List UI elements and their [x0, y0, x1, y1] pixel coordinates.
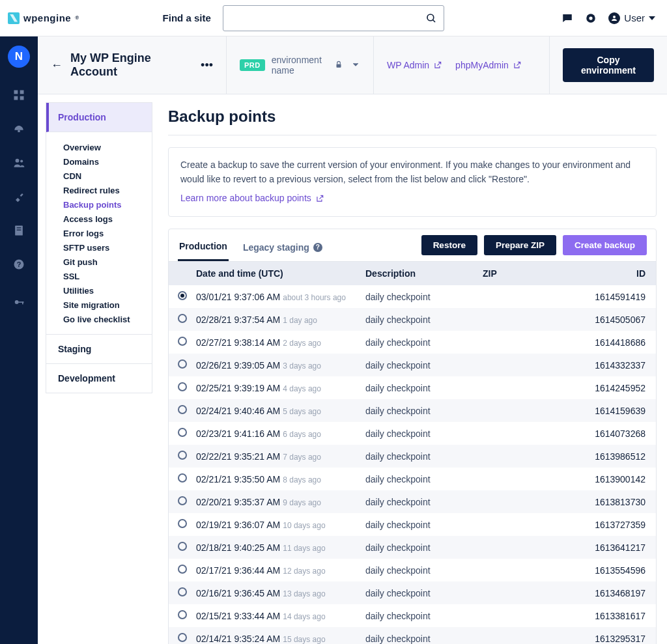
row-ago: 10 days ago [283, 521, 325, 530]
row-radio[interactable] [178, 382, 187, 391]
row-id: 1614159639 [595, 406, 646, 416]
table-tab-production[interactable]: Production [178, 233, 229, 261]
table-row[interactable]: 02/18/21 9:40:25 AM11 days agodaily chec… [169, 536, 656, 559]
info-text: Create a backup to save the current vers… [180, 160, 631, 184]
row-radio[interactable] [178, 314, 187, 323]
sidebar-link-backup-points[interactable]: Backup points [63, 197, 152, 212]
site-search[interactable] [223, 5, 444, 31]
chat-icon[interactable] [561, 12, 573, 24]
site-search-input[interactable] [223, 13, 425, 23]
row-datetime: 02/23/21 9:41:16 AM [196, 428, 280, 439]
tools-icon[interactable] [12, 190, 25, 203]
sidebar-link-domains[interactable]: Domains [63, 154, 152, 169]
sidebar-link-sftp-users[interactable]: SFTP users [63, 240, 152, 255]
environment-selector[interactable]: PRD environment name [227, 36, 374, 94]
account-more-icon[interactable]: ••• [201, 59, 213, 72]
wp-admin-link[interactable]: WP Admin [387, 60, 442, 70]
row-ago: 13 days ago [283, 589, 325, 598]
row-radio[interactable] [178, 633, 187, 642]
row-radio[interactable] [178, 359, 187, 369]
row-id: 1613381617 [595, 611, 646, 621]
row-radio[interactable] [178, 405, 187, 414]
lock-icon [334, 60, 343, 71]
row-radio[interactable] [178, 428, 187, 437]
row-radio[interactable] [178, 291, 187, 300]
svg-rect-8 [20, 96, 24, 100]
row-radio[interactable] [178, 519, 187, 528]
sidebar-link-cdn[interactable]: CDN [63, 169, 152, 183]
table-row[interactable]: 02/27/21 9:38:14 AM2 days agodaily check… [169, 331, 656, 354]
phpmyadmin-link[interactable]: phpMyAdmin [455, 60, 522, 70]
table-row[interactable]: 02/16/21 9:36:45 AM13 days agodaily chec… [169, 581, 656, 604]
row-radio[interactable] [178, 542, 187, 551]
row-description: daily checkpoint [365, 337, 483, 348]
key-icon[interactable] [12, 296, 25, 309]
sidebar-tab-development[interactable]: Development [46, 364, 152, 393]
row-description: daily checkpoint [365, 474, 483, 484]
sidebar-link-error-logs[interactable]: Error logs [63, 226, 152, 240]
user-menu[interactable]: User [608, 12, 655, 24]
row-ago: 6 days ago [283, 430, 321, 439]
row-id: 1614073268 [595, 428, 646, 439]
sidebar-link-ssl[interactable]: SSL [63, 269, 152, 283]
table-row[interactable]: 02/24/21 9:40:46 AM5 days agodaily check… [169, 399, 656, 422]
sidebar-tab-staging[interactable]: Staging [46, 335, 152, 364]
row-radio[interactable] [178, 587, 187, 596]
sidebar-link-go-live-checklist[interactable]: Go live checklist [63, 312, 152, 326]
svg-rect-9 [18, 130, 20, 132]
copy-environment-button[interactable]: Copy environment [563, 48, 654, 82]
caret-down-icon [649, 16, 655, 20]
table-row[interactable]: 02/23/21 9:41:16 AM6 days agodaily check… [169, 422, 656, 445]
row-id: 1614505067 [595, 315, 646, 325]
row-radio[interactable] [178, 451, 187, 460]
table-row[interactable]: 02/15/21 9:33:44 AM14 days agodaily chec… [169, 604, 656, 627]
row-radio[interactable] [178, 565, 187, 574]
sidebar-link-site-migration[interactable]: Site migration [63, 298, 152, 312]
row-ago: 9 days ago [283, 498, 321, 507]
table-row[interactable]: 02/21/21 9:35:50 AM8 days agodaily check… [169, 468, 656, 490]
users-icon[interactable] [12, 156, 25, 169]
table-row[interactable]: 02/28/21 9:37:54 AM1 day agodaily checkp… [169, 308, 656, 331]
sites-icon[interactable] [12, 122, 25, 135]
row-radio[interactable] [178, 473, 187, 483]
sidebar-link-access-logs[interactable]: Access logs [63, 212, 152, 226]
billing-icon[interactable] [12, 224, 25, 237]
row-description: daily checkpoint [365, 588, 483, 598]
row-radio[interactable] [178, 496, 187, 505]
support-icon[interactable] [585, 12, 597, 24]
table-row[interactable]: 02/25/21 9:39:19 AM4 days agodaily check… [169, 376, 656, 399]
env-badge: PRD [240, 59, 265, 71]
help-icon[interactable]: ? [313, 243, 322, 252]
back-arrow-icon[interactable]: ← [51, 59, 63, 72]
row-datetime: 02/26/21 9:39:05 AM [196, 360, 280, 371]
dashboard-icon[interactable] [12, 89, 25, 102]
table-row[interactable]: 02/17/21 9:36:44 AM12 days agodaily chec… [169, 559, 656, 581]
row-ago: 8 days ago [283, 475, 321, 484]
row-radio[interactable] [178, 337, 187, 346]
sidebar-tab-production[interactable]: Production [46, 103, 152, 132]
help-icon[interactable]: ? [12, 258, 25, 271]
sidebar-link-git-push[interactable]: Git push [63, 255, 152, 269]
table-row[interactable]: 02/26/21 9:39:05 AM3 days agodaily check… [169, 354, 656, 376]
prepare-zip-button[interactable]: Prepare ZIP [484, 235, 556, 255]
table-tab-legacy[interactable]: Legacy staging ? [242, 233, 324, 261]
svg-line-1 [433, 20, 435, 22]
table-row[interactable]: 02/14/21 9:35:24 AM15 days agodaily chec… [169, 627, 656, 644]
search-icon[interactable] [425, 12, 437, 24]
logo[interactable]: wpengine® [8, 12, 79, 24]
table-row[interactable]: 02/22/21 9:35:21 AM7 days agodaily check… [169, 445, 656, 468]
row-radio[interactable] [178, 610, 187, 619]
sidebar-link-redirect-rules[interactable]: Redirect rules [63, 183, 152, 197]
table-row[interactable]: 03/01/21 9:37:06 AMabout 3 hours agodail… [169, 285, 656, 308]
svg-rect-19 [22, 301, 23, 304]
table-row[interactable]: 02/20/21 9:35:37 AM9 days agodaily check… [169, 490, 656, 513]
svg-rect-20 [337, 64, 341, 67]
create-backup-button[interactable]: Create backup [563, 235, 647, 255]
row-description: daily checkpoint [365, 315, 483, 325]
sidebar-link-utilities[interactable]: Utilities [63, 283, 152, 298]
sidebar-link-overview[interactable]: Overview [63, 140, 152, 154]
restore-button[interactable]: Restore [421, 235, 477, 255]
account-avatar[interactable]: N [8, 46, 30, 68]
table-row[interactable]: 02/19/21 9:36:07 AM10 days agodaily chec… [169, 513, 656, 536]
learn-more-link[interactable]: Learn more about backup points [180, 191, 324, 206]
